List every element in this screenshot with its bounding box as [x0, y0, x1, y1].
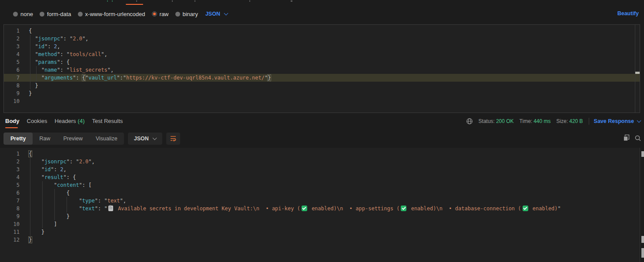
response-status-bar: Status:200 OK Time:440 ms Size:420 B Sav…: [466, 118, 641, 125]
code-line: 2 "jsonrpc": "2.0",: [4, 35, 640, 43]
line-number: 8: [4, 82, 29, 90]
code-line: 5 "params": {: [4, 58, 640, 66]
line-number: 6: [0, 189, 29, 197]
clipboard-emoji: [108, 206, 113, 211]
response-tab-body[interactable]: Body: [5, 118, 20, 124]
request-body-editor[interactable]: 1{2 "jsonrpc": "2.0",3 "id": 2,4 "method…: [3, 24, 640, 113]
code-line: 8 "text": " Available secrets in develop…: [0, 205, 640, 212]
headers-count: (4): [78, 118, 85, 124]
time-value: 440 ms: [533, 118, 550, 124]
copy-icon[interactable]: [623, 134, 630, 143]
line-number: 12: [0, 236, 29, 244]
radio-icon: [40, 12, 44, 17]
line-number: 1: [4, 27, 29, 35]
chevron-down-icon: [637, 119, 641, 123]
response-tab-test-results[interactable]: Test Results: [92, 118, 123, 124]
response-language-label: JSON: [134, 136, 149, 142]
response-body-editor[interactable]: 1{2 "jsonrpc": "2.0",3 "id": 2,4 "result…: [0, 148, 640, 262]
size-label: Size:: [557, 118, 568, 124]
line-number: 10: [0, 220, 29, 228]
body-type-none[interactable]: none: [13, 11, 33, 17]
code-line: 1{: [4, 27, 640, 35]
response-tabs: BodyCookiesHeaders(4)Test Results: [5, 118, 123, 124]
radio-icon: [152, 11, 157, 17]
code-line: 6 {: [0, 189, 640, 197]
line-number: 8: [0, 205, 29, 212]
wrap-text-button[interactable]: [166, 133, 180, 145]
radio-label: raw: [160, 11, 169, 17]
wrap-text-icon: [170, 135, 177, 142]
line-number: 11: [0, 228, 29, 236]
view-pretty[interactable]: Pretty: [3, 133, 33, 145]
code-line: 4 "method": "tools/call",: [4, 50, 640, 58]
code-line: 3 "id": 2,: [4, 43, 640, 50]
overview-ruler-marker: [635, 72, 640, 74]
body-type-bar: noneform-datax-www-form-urlencodedrawbin…: [0, 5, 644, 23]
view-preview[interactable]: Preview: [57, 133, 89, 145]
body-type-binary[interactable]: binary: [175, 11, 198, 17]
check-emoji: ✓: [523, 206, 528, 211]
code-line: 10 ]: [0, 220, 640, 228]
scrollbar-mark[interactable]: [641, 151, 644, 157]
search-icon[interactable]: [634, 135, 641, 143]
radio-label: none: [20, 11, 33, 17]
response-tab-cookies[interactable]: Cookies: [27, 118, 47, 124]
save-response-button[interactable]: Save Response: [594, 118, 641, 124]
globe-icon[interactable]: [466, 118, 473, 125]
check-emoji: ✓: [401, 206, 406, 211]
scrollbar-mark[interactable]: [641, 236, 644, 243]
view-raw[interactable]: Raw: [33, 133, 57, 145]
code-line: 3 "id": 2,: [0, 166, 640, 173]
line-number: 4: [4, 50, 29, 58]
chevron-down-icon: [152, 136, 157, 140]
radio-label: binary: [183, 11, 198, 17]
line-number: 3: [0, 166, 29, 173]
divider: [589, 118, 589, 125]
scrollbar-mark[interactable]: [641, 248, 644, 258]
line-number: 6: [4, 66, 29, 74]
status-value: 200 OK: [496, 118, 514, 124]
code-line: 2 "jsonrpc": "2.0",: [0, 158, 640, 166]
beautify-button[interactable]: Beautify: [617, 10, 639, 17]
view-mode-group: PrettyRawPreviewVisualize: [3, 133, 124, 145]
line-number: 9: [4, 90, 29, 97]
body-type-x-www-form-urlencoded[interactable]: x-www-form-urlencoded: [78, 11, 145, 17]
time-label: Time:: [520, 118, 533, 124]
save-response-label: Save Response: [594, 118, 634, 124]
line-number: 4: [0, 173, 29, 181]
line-number: 5: [0, 181, 29, 189]
line-number: 7: [4, 74, 29, 82]
response-language-dropdown[interactable]: JSON: [128, 133, 162, 145]
code-line: 10: [4, 97, 640, 105]
time-stat: Time:440 ms: [520, 118, 551, 124]
check-emoji: ✓: [302, 206, 307, 211]
radio-icon: [78, 12, 83, 17]
line-number: 9: [0, 212, 29, 220]
response-tab-headers[interactable]: Headers(4): [54, 118, 84, 124]
code-line: 12}: [0, 236, 640, 244]
line-number: 10: [4, 97, 29, 105]
line-number: 2: [0, 158, 29, 166]
status-label: Status:: [479, 118, 495, 124]
line-number: 1: [0, 150, 29, 158]
response-view-toolbar: PrettyRawPreviewVisualize JSON: [3, 133, 180, 145]
code-line: 6 "name": "list_secrets",: [4, 66, 640, 74]
code-line: 5 "content": [: [0, 181, 640, 189]
body-type-form-data[interactable]: form-data: [40, 11, 71, 17]
code-line: 8 }: [4, 82, 640, 90]
code-line: 9}: [4, 90, 640, 97]
view-visualize[interactable]: Visualize: [89, 133, 124, 145]
body-type-raw[interactable]: raw: [152, 11, 169, 17]
code-line: 7 "arguments": {"vault_url":"https://kv-…: [4, 74, 640, 82]
request-language-label: JSON: [205, 11, 220, 17]
status-stat: Status:200 OK: [479, 118, 514, 124]
chevron-down-icon: [224, 11, 228, 16]
code-line: 1{: [0, 150, 640, 158]
size-value: 420 B: [569, 118, 583, 124]
code-line: 7 "type": "text",: [0, 197, 640, 205]
response-overview-ruler: [640, 148, 640, 262]
code-line: 11 }: [0, 228, 640, 236]
active-tab-underline: [126, 4, 143, 5]
request-tab-bar-remnant: [0, 0, 644, 5]
request-language-dropdown[interactable]: JSON: [205, 11, 228, 17]
